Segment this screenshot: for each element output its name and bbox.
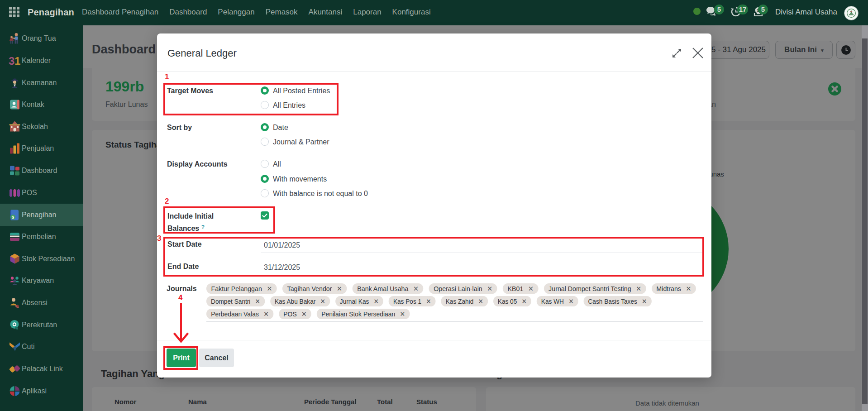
svg-text:3: 3 bbox=[9, 54, 14, 67]
svg-text:$: $ bbox=[12, 215, 14, 220]
svg-text:1: 1 bbox=[14, 54, 20, 67]
